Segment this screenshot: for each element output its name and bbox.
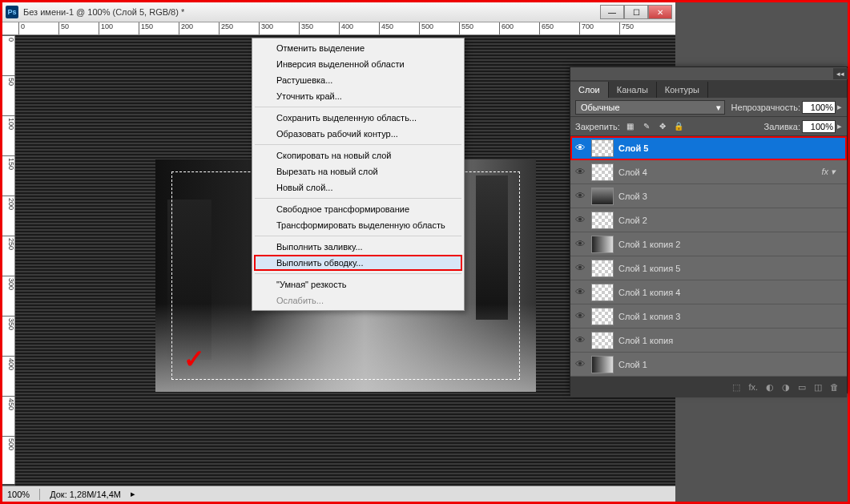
layer-row[interactable]: 👁Слой 5 <box>570 136 847 160</box>
layer-row[interactable]: 👁Слой 4fx ▾ <box>570 160 847 184</box>
panel-footer-icon[interactable]: fx. <box>748 382 758 392</box>
visibility-icon[interactable]: 👁 <box>574 358 586 371</box>
menu-item[interactable]: Образовать рабочий контур... <box>254 126 462 142</box>
layer-thumbnail[interactable] <box>591 187 614 205</box>
zoom-level[interactable]: 100% <box>7 490 30 499</box>
visibility-icon[interactable]: 👁 <box>574 238 586 251</box>
layer-thumbnail[interactable] <box>591 236 614 253</box>
layer-thumbnail[interactable] <box>591 260 614 277</box>
ruler-tick: 100 <box>99 22 113 35</box>
menu-item[interactable]: "Умная" резкость <box>254 276 462 292</box>
ruler-tick: 150 <box>2 155 15 170</box>
layer-row[interactable]: 👁Слой 1 <box>570 353 847 377</box>
layer-row[interactable]: 👁Слой 1 копия 4 <box>570 280 847 304</box>
layer-name[interactable]: Слой 3 <box>618 192 844 201</box>
menu-item[interactable]: Скопировать на новый слой <box>254 147 462 163</box>
fill-label: Заливка: <box>764 122 800 131</box>
panel-footer: ⬚fx.◐◑▭◫🗑 <box>570 377 847 397</box>
layer-name[interactable]: Слой 1 <box>618 360 844 369</box>
lock-fill-row: Закрепить: ▦ ✎ ✥ 🔒 Заливка: 100% ▸ <box>570 117 847 136</box>
visibility-icon[interactable]: 👁 <box>574 286 586 299</box>
layer-row[interactable]: 👁Слой 1 копия <box>570 329 847 353</box>
menu-separator <box>255 107 461 107</box>
panel-drag-header[interactable] <box>570 67 847 80</box>
ruler-tick: 250 <box>219 22 233 35</box>
fx-icon[interactable]: fx ▾ <box>821 167 836 177</box>
context-menu[interactable]: Отменить выделениеИнверсия выделенной об… <box>252 38 465 311</box>
menu-item[interactable]: Трансформировать выделенную область <box>254 217 462 233</box>
visibility-icon[interactable]: 👁 <box>574 142 586 155</box>
menu-item[interactable]: Уточнить край... <box>254 88 462 104</box>
close-button[interactable]: ✕ <box>648 5 672 19</box>
lock-transparency-icon[interactable]: ▦ <box>625 121 636 132</box>
layers-panel[interactable]: СлоиКаналыКонтуры Обычные Непрозрачность… <box>570 67 848 393</box>
lock-all-icon[interactable]: 🔒 <box>673 121 684 132</box>
layer-row[interactable]: 👁Слой 1 копия 3 <box>570 304 847 329</box>
layer-name[interactable]: Слой 2 <box>618 216 844 225</box>
layer-row[interactable]: 👁Слой 1 копия 5 <box>570 256 847 280</box>
blend-mode-dropdown[interactable]: Обычные <box>575 100 725 115</box>
visibility-icon[interactable]: 👁 <box>574 334 586 347</box>
fill-input[interactable]: 100% <box>802 120 836 133</box>
visibility-icon[interactable]: 👁 <box>574 166 586 179</box>
layer-thumbnail[interactable] <box>591 139 614 157</box>
layer-thumbnail[interactable] <box>591 212 614 229</box>
layer-name[interactable]: Слой 1 копия <box>618 336 844 345</box>
layer-name[interactable]: Слой 1 копия 5 <box>618 264 844 273</box>
panel-tab[interactable]: Контуры <box>657 82 708 98</box>
menu-item[interactable]: Выполнить обводку... <box>254 255 462 271</box>
layer-row[interactable]: 👁Слой 2 <box>570 208 847 232</box>
visibility-icon[interactable]: 👁 <box>574 262 586 275</box>
panel-footer-icon[interactable]: ◑ <box>782 382 790 393</box>
ruler-tick: 250 <box>2 236 15 250</box>
menu-item[interactable]: Сохранить выделенную область... <box>254 110 462 126</box>
lock-paint-icon[interactable]: ✎ <box>641 121 652 132</box>
panel-footer-icon[interactable]: 🗑 <box>830 382 839 392</box>
layer-name[interactable]: Слой 1 копия 4 <box>618 288 844 297</box>
lock-position-icon[interactable]: ✥ <box>657 121 668 132</box>
layer-row[interactable]: 👁Слой 1 копия 2 <box>570 232 847 256</box>
panel-footer-icon[interactable]: ▭ <box>798 382 806 393</box>
panel-footer-icon[interactable]: ⬚ <box>732 382 740 393</box>
layer-thumbnail[interactable] <box>591 308 614 325</box>
fill-arrow-icon[interactable]: ▸ <box>837 121 842 131</box>
menu-item[interactable]: Новый слой... <box>254 179 462 196</box>
menu-separator <box>255 273 461 274</box>
layer-thumbnail[interactable] <box>591 332 614 349</box>
menu-item[interactable]: Выполнить заливку... <box>254 239 462 255</box>
layer-name[interactable]: Слой 1 копия 3 <box>618 312 844 321</box>
menu-item[interactable]: Инверсия выделенной области <box>254 56 462 72</box>
maximize-button[interactable]: ☐ <box>624 5 648 19</box>
layer-row[interactable]: 👁Слой 3 <box>570 184 847 208</box>
status-arrow-icon[interactable]: ▸ <box>131 489 135 499</box>
visibility-icon[interactable]: 👁 <box>574 310 586 323</box>
layer-name[interactable]: Слой 1 копия 2 <box>618 240 844 249</box>
menu-item[interactable]: Растушевка... <box>254 72 462 88</box>
visibility-icon[interactable]: 👁 <box>574 190 586 203</box>
layer-name[interactable]: Слой 5 <box>618 143 844 153</box>
ruler-tick: 450 <box>379 22 393 35</box>
panel-tab[interactable]: Слои <box>570 82 609 98</box>
menu-separator <box>255 144 461 145</box>
panel-footer-icon[interactable]: ◐ <box>766 382 774 393</box>
opacity-input[interactable]: 100% <box>802 101 836 114</box>
panel-footer-icon[interactable]: ◫ <box>814 382 822 393</box>
menu-item[interactable]: Отменить выделение <box>254 40 462 56</box>
menu-item[interactable]: Свободное трансформирование <box>254 201 462 217</box>
ruler-tick: 50 <box>58 22 69 35</box>
menu-item[interactable]: Вырезать на новый слой <box>254 163 462 179</box>
minimize-button[interactable]: — <box>600 5 624 19</box>
layer-thumbnail[interactable] <box>591 163 614 181</box>
layer-name[interactable]: Слой 4 <box>618 167 816 177</box>
panel-tab[interactable]: Каналы <box>609 82 657 98</box>
layer-thumbnail[interactable] <box>591 356 614 373</box>
ruler-tick: 600 <box>499 22 514 35</box>
menu-item: Ослабить... <box>254 292 462 308</box>
panel-collapse-icon[interactable]: ◂◂ <box>833 68 848 79</box>
opacity-arrow-icon[interactable]: ▸ <box>837 102 842 112</box>
lock-icons: ▦ ✎ ✥ 🔒 <box>625 121 684 132</box>
titlebar[interactable]: Ps Без имени-1 @ 100% (Слой 5, RGB/8) * … <box>2 2 675 22</box>
menu-separator <box>255 236 461 236</box>
visibility-icon[interactable]: 👁 <box>574 214 586 227</box>
layer-thumbnail[interactable] <box>591 284 614 301</box>
